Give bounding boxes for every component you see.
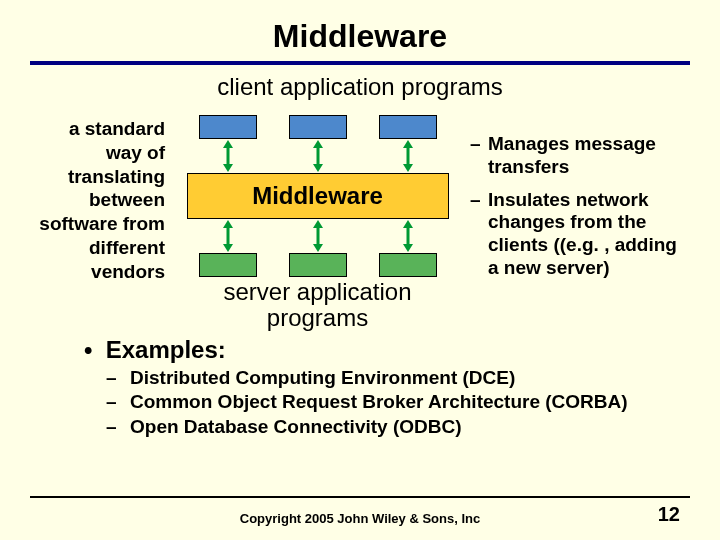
svg-marker-17 <box>403 244 413 252</box>
svg-marker-7 <box>403 140 413 148</box>
bullet-item: – Insulates network changes from the cli… <box>470 189 690 280</box>
double-arrow-icon <box>379 219 437 253</box>
example-text: Distributed Computing Environment (DCE) <box>130 366 515 391</box>
svg-marker-14 <box>313 244 323 252</box>
examples-label: Examples: <box>106 336 226 363</box>
diagram: Middleware server application programs <box>175 115 460 332</box>
svg-marker-11 <box>223 244 233 252</box>
example-item: –Open Database Connectivity (ODBC) <box>106 415 690 440</box>
middleware-box: Middleware <box>187 173 449 219</box>
client-box <box>379 115 437 139</box>
client-box <box>289 115 347 139</box>
footer: Copyright 2005 John Wiley & Sons, Inc 12 <box>0 511 720 526</box>
bullet-dash-icon: – <box>106 390 130 415</box>
svg-marker-13 <box>313 220 323 228</box>
server-box <box>379 253 437 277</box>
svg-marker-5 <box>313 164 323 172</box>
double-arrow-icon <box>199 219 257 253</box>
bullet-item: – Manages message transfers <box>470 133 690 179</box>
svg-marker-16 <box>403 220 413 228</box>
example-item: –Distributed Computing Environment (DCE) <box>106 366 690 391</box>
bullet-text: Manages message transfers <box>488 133 690 179</box>
arrow-row-top <box>199 139 437 173</box>
examples-heading: • Examples: <box>84 336 690 364</box>
arrow-row-bottom <box>199 219 437 253</box>
example-text: Common Object Request Broker Architectur… <box>130 390 628 415</box>
example-text: Open Database Connectivity (ODBC) <box>130 415 462 440</box>
left-description: a standard way of translating between so… <box>30 115 165 332</box>
page-number: 12 <box>658 503 680 526</box>
svg-marker-10 <box>223 220 233 228</box>
bullet-dash-icon: – <box>106 415 130 440</box>
slide-title: Middleware <box>30 18 690 55</box>
content-area: a standard way of translating between so… <box>30 115 690 332</box>
client-box <box>199 115 257 139</box>
double-arrow-icon <box>289 139 347 173</box>
svg-marker-8 <box>403 164 413 172</box>
server-label: server application programs <box>175 279 460 332</box>
slide: Middleware client application programs a… <box>0 0 720 540</box>
slide-subtitle: client application programs <box>30 73 690 101</box>
bullet-dash-icon: – <box>470 189 488 280</box>
svg-marker-4 <box>313 140 323 148</box>
double-arrow-icon <box>199 139 257 173</box>
svg-marker-1 <box>223 140 233 148</box>
bullet-dash-icon: – <box>106 366 130 391</box>
server-box-row <box>199 253 437 277</box>
footer-divider <box>30 496 690 498</box>
examples-list: –Distributed Computing Environment (DCE)… <box>106 366 690 440</box>
copyright-text: Copyright 2005 John Wiley & Sons, Inc <box>0 511 720 526</box>
example-item: –Common Object Request Broker Architectu… <box>106 390 690 415</box>
double-arrow-icon <box>289 219 347 253</box>
svg-marker-2 <box>223 164 233 172</box>
client-box-row <box>199 115 437 139</box>
title-divider <box>30 61 690 65</box>
right-bullets: – Manages message transfers – Insulates … <box>470 115 690 332</box>
server-box <box>199 253 257 277</box>
bullet-text: Insulates network changes from the clien… <box>488 189 690 280</box>
double-arrow-icon <box>379 139 437 173</box>
server-box <box>289 253 347 277</box>
bullet-dash-icon: – <box>470 133 488 179</box>
